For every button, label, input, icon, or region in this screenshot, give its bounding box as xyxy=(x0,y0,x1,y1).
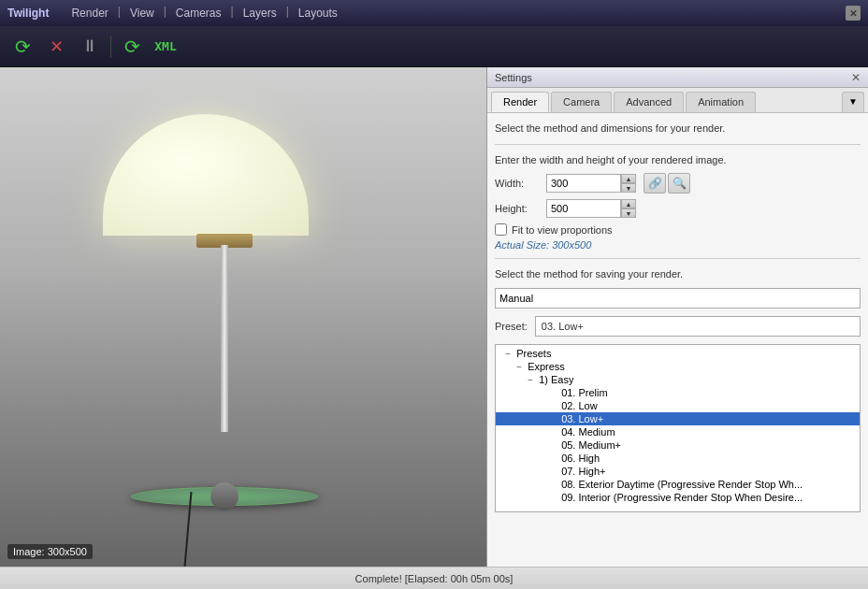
tree-node-01prelim[interactable]: 01. Prelim xyxy=(496,386,860,399)
tree-label-presets: Presets xyxy=(516,348,551,359)
tab-animation[interactable]: Animation xyxy=(686,92,756,112)
width-spin-up[interactable]: ▲ xyxy=(621,174,636,183)
width-spinner: ▲ ▼ xyxy=(621,174,636,193)
lamp-foot xyxy=(210,482,239,510)
tree-node-04medium[interactable]: 04. Medium xyxy=(496,425,860,438)
render-start-button[interactable]: ⟳ xyxy=(7,32,37,62)
render-desc2: Enter the width and height of your rende… xyxy=(495,152,861,168)
lamp-stem xyxy=(221,245,228,432)
width-input[interactable] xyxy=(546,174,621,193)
width-label: Width: xyxy=(495,178,546,189)
menu-view[interactable]: View xyxy=(123,5,162,22)
preset-tree[interactable]: − Presets − Express − 1) Easy xyxy=(495,344,861,512)
tree-node-03lowplus[interactable]: 03. Low+ xyxy=(496,412,860,425)
tree-label-03lowplus: 03. Low+ xyxy=(561,413,603,424)
height-input[interactable] xyxy=(546,199,621,218)
tree-node-07highplus[interactable]: 07. High+ xyxy=(496,465,860,478)
settings-close-button[interactable]: ✕ xyxy=(851,71,861,84)
tree-label-09int: 09. Interior (Progressive Render Stop Wh… xyxy=(561,492,803,503)
fit-to-view-row: Fit to view proportions xyxy=(495,223,861,236)
menu-cameras[interactable]: Cameras xyxy=(168,5,229,22)
width-input-wrap: ▲ ▼ xyxy=(546,174,636,193)
preset-row: Preset: xyxy=(495,316,861,337)
tree-node-09int[interactable]: 09. Interior (Progressive Render Stop Wh… xyxy=(496,491,860,504)
tree-toggle-1easy[interactable]: − xyxy=(525,375,536,385)
toolbar-separator xyxy=(110,36,111,58)
preset-label: Preset: xyxy=(495,321,528,332)
height-row: Height: ▲ ▼ xyxy=(495,199,861,218)
menu-bar: Render | View | Cameras | Layers | Layou… xyxy=(64,5,846,22)
settings-title: Settings xyxy=(495,72,532,83)
tree-content: − Presets − Express − 1) Easy xyxy=(496,345,860,506)
height-label: Height: xyxy=(495,203,546,214)
status-text: Complete! [Elapsed: 00h 05m 00s] xyxy=(355,573,514,584)
settings-titlebar: Settings ✕ xyxy=(487,67,868,88)
xml-button[interactable]: XML xyxy=(151,32,181,62)
menu-layouts[interactable]: Layouts xyxy=(291,5,345,22)
save-method-select[interactable]: Manual Auto Prompt xyxy=(495,288,861,309)
height-spin-down[interactable]: ▼ xyxy=(621,208,636,218)
tree-node-express[interactable]: − Express xyxy=(496,360,860,373)
tree-toggle-presets[interactable]: − xyxy=(502,349,514,359)
menu-render[interactable]: Render xyxy=(64,5,115,22)
height-spinner: ▲ ▼ xyxy=(621,199,636,218)
tab-advanced[interactable]: Advanced xyxy=(614,92,684,112)
tree-node-02low[interactable]: 02. Low xyxy=(496,399,860,412)
main-area: Image: 300x500 Settings ✕ Render Camera … xyxy=(0,67,868,567)
zoom-to-fit-button[interactable]: 🔍 xyxy=(668,173,690,194)
settings-panel: Settings ✕ Render Camera Advanced Animat… xyxy=(486,67,868,567)
lamp-globe xyxy=(103,114,309,236)
fit-to-view-label: Fit to view proportions xyxy=(512,224,613,236)
tree-node-05medplus[interactable]: 05. Medium+ xyxy=(496,438,860,452)
tree-node-presets[interactable]: − Presets xyxy=(496,347,860,360)
toolbar: ⟳ ✕ ⏸ ⟳ XML xyxy=(0,26,868,67)
height-input-wrap: ▲ ▼ xyxy=(546,199,636,218)
app-close-button[interactable]: ✕ xyxy=(846,6,861,21)
tree-node-06high[interactable]: 06. High xyxy=(496,452,860,465)
image-size-label: Image: 300x500 xyxy=(7,544,93,559)
actual-size-label: Actual Size: 300x500 xyxy=(495,239,861,251)
tree-label-1easy: 1) Easy xyxy=(539,374,573,385)
render-preview xyxy=(0,67,486,567)
settings-content: Select the method and dimensions for you… xyxy=(487,113,868,567)
width-spin-down[interactable]: ▼ xyxy=(621,183,636,193)
render-desc1: Select the method and dimensions for you… xyxy=(495,121,861,136)
tabs-dropdown-button[interactable]: ▼ xyxy=(842,92,864,112)
render-stop-button[interactable]: ✕ xyxy=(41,32,71,62)
tree-label-06high: 06. High xyxy=(561,453,600,464)
tab-camera[interactable]: Camera xyxy=(551,92,612,112)
link-proportions-button[interactable]: 🔗 xyxy=(644,173,666,194)
tree-label-express: Express xyxy=(528,361,565,372)
tree-node-08ext[interactable]: 08. Exterior Daytime (Progressive Render… xyxy=(496,478,860,491)
save-desc: Select the method for saving your render… xyxy=(495,266,861,282)
refresh-button[interactable]: ⟳ xyxy=(117,32,147,62)
tree-label-07highplus: 07. High+ xyxy=(561,466,605,477)
app-name: Twilight xyxy=(7,7,49,20)
tree-node-1easy[interactable]: − 1) Easy xyxy=(496,373,860,386)
menu-layers[interactable]: Layers xyxy=(236,5,284,22)
tree-label-08ext: 08. Exterior Daytime (Progressive Render… xyxy=(561,479,803,490)
render-pause-button[interactable]: ⏸ xyxy=(75,32,105,62)
section-sep2 xyxy=(495,258,861,259)
tab-render[interactable]: Render xyxy=(491,92,549,112)
settings-tabs: Render Camera Advanced Animation ▼ xyxy=(487,88,868,113)
title-bar: Twilight Render | View | Cameras | Layer… xyxy=(0,0,868,26)
section-sep1 xyxy=(495,144,861,145)
image-panel: Image: 300x500 xyxy=(0,67,486,567)
fit-to-view-checkbox[interactable] xyxy=(495,223,507,236)
height-spin-up[interactable]: ▲ xyxy=(621,199,636,208)
width-row: Width: ▲ ▼ 🔗 🔍 xyxy=(495,173,861,194)
tree-label-05medplus: 05. Medium+ xyxy=(561,439,621,451)
status-bar: Complete! [Elapsed: 00h 05m 00s] xyxy=(0,567,868,589)
tree-label-04medium: 04. Medium xyxy=(561,426,615,438)
save-method-wrap: Manual Auto Prompt xyxy=(495,288,861,309)
tree-toggle-express[interactable]: − xyxy=(514,362,525,372)
tree-label-02low: 02. Low xyxy=(561,400,598,411)
preset-value[interactable] xyxy=(535,316,861,337)
tree-label-01prelim: 01. Prelim xyxy=(561,387,608,398)
